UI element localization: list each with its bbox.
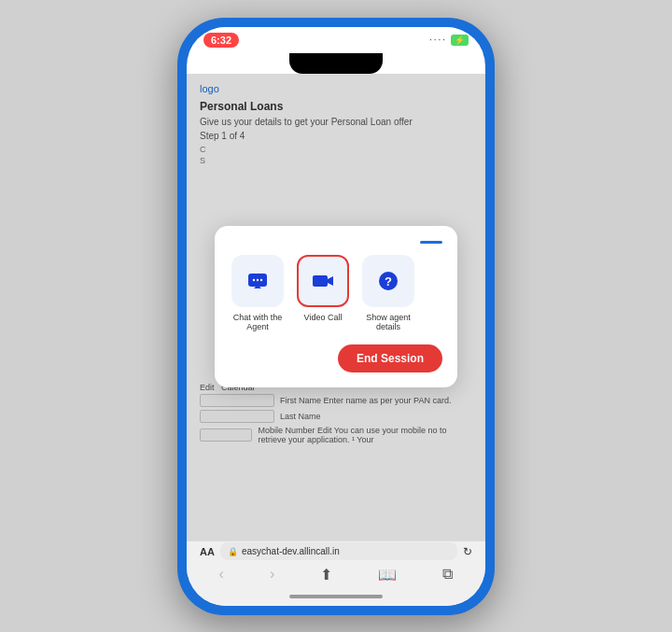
info-icon: ? [375,268,401,294]
chat-label: Chat with the Agent [230,313,286,331]
chat-option[interactable]: Chat with the Agent [230,255,286,331]
status-time: 6:32 [203,33,239,48]
tabs-button[interactable]: ⧉ [437,564,458,585]
modal-overlay: Chat with the Agent [187,74,485,541]
home-indicator [187,587,485,606]
lock-icon: 🔒 [228,547,238,556]
end-session-button[interactable]: End Session [338,344,442,372]
modal-options: Chat with the Agent [230,255,442,331]
url-row: AA 🔒 easychat-dev.allincall.in ↻ [187,542,485,560]
reload-icon[interactable]: ↻ [463,545,472,558]
modal-close-line [420,241,442,244]
browser-nav: ‹ › ⬆ 📖 ⧉ [187,564,485,585]
svg-point-2 [253,279,255,281]
browser-bar: AA 🔒 easychat-dev.allincall.in ↻ ‹ › ⬆ 📖… [187,541,485,587]
agent-details-option[interactable]: ? Show agent details [360,255,416,331]
svg-point-4 [260,279,262,281]
share-button[interactable]: ⬆ [315,564,338,585]
notch [289,53,383,74]
agent-icon-box[interactable]: ? [362,255,414,307]
modal-dialog: Chat with the Agent [215,226,457,387]
phone-screen: 6:32 ···· ⚡ logo Personal Loans Give us … [187,27,485,606]
chat-icon [245,268,271,294]
video-icon-box[interactable] [297,255,349,307]
phone-frame: 6:32 ···· ⚡ logo Personal Loans Give us … [177,18,495,615]
video-option[interactable]: Video Call [297,255,349,331]
svg-rect-6 [313,275,328,287]
forward-button[interactable]: › [264,564,280,585]
video-icon [310,268,336,294]
status-bar: 6:32 ···· ⚡ [187,27,485,53]
content-area: logo Personal Loans Give us your details… [187,74,485,541]
agent-label: Show agent details [360,313,416,331]
url-text: easychat-dev.allincall.in [242,546,340,556]
chat-icon-box[interactable] [231,255,284,307]
modal-close-bar [230,241,442,244]
status-right: ···· ⚡ [429,35,469,46]
svg-point-3 [257,279,259,281]
web-background: logo Personal Loans Give us your details… [187,74,485,541]
url-pill[interactable]: 🔒 easychat-dev.allincall.in [220,542,457,560]
svg-text:?: ? [385,274,392,288]
bookmarks-button[interactable]: 📖 [372,564,402,585]
modal-footer: End Session [230,344,442,372]
home-bar [289,595,383,598]
back-button[interactable]: ‹ [214,564,230,585]
aa-label[interactable]: AA [200,546,215,557]
signal-icon: ···· [429,35,447,45]
battery-icon: ⚡ [451,35,469,46]
video-label: Video Call [304,313,343,322]
